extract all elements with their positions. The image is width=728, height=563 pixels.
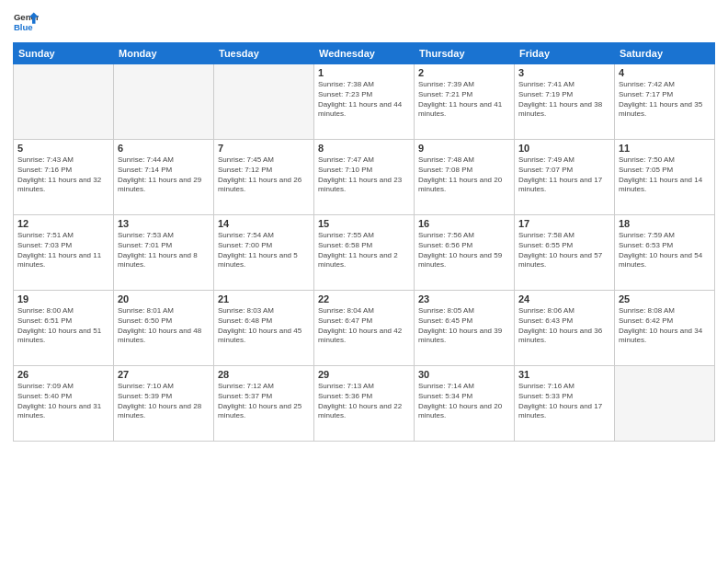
day-info: Sunrise: 7:09 AM Sunset: 5:40 PM Dayligh…: [17, 382, 109, 421]
day-info: Sunrise: 8:06 AM Sunset: 6:43 PM Dayligh…: [518, 306, 610, 346]
day-info: Sunrise: 7:59 AM Sunset: 6:53 PM Dayligh…: [619, 231, 711, 270]
day-info: Sunrise: 7:49 AM Sunset: 7:07 PM Dayligh…: [518, 155, 610, 195]
day-number: 23: [418, 293, 510, 304]
page-header: General Blue: [13, 9, 715, 35]
day-info: Sunrise: 7:43 AM Sunset: 7:16 PM Dayligh…: [17, 155, 109, 195]
calendar-cell: 2Sunrise: 7:39 AM Sunset: 7:21 PM Daylig…: [415, 64, 515, 140]
day-number: 7: [218, 143, 310, 154]
weekday-header-saturday: Saturday: [615, 43, 715, 64]
day-info: Sunrise: 8:05 AM Sunset: 6:45 PM Dayligh…: [418, 306, 510, 346]
day-info: Sunrise: 7:41 AM Sunset: 7:19 PM Dayligh…: [518, 80, 610, 120]
day-number: 17: [518, 218, 610, 229]
svg-text:Blue: Blue: [14, 22, 33, 32]
calendar-cell: 11Sunrise: 7:50 AM Sunset: 7:05 PM Dayli…: [615, 140, 715, 215]
day-number: 19: [17, 293, 109, 304]
week-row-2: 12Sunrise: 7:51 AM Sunset: 7:03 PM Dayli…: [14, 215, 715, 291]
day-number: 27: [118, 369, 210, 380]
weekday-header-row: SundayMondayTuesdayWednesdayThursdayFrid…: [14, 43, 715, 64]
weekday-header-tuesday: Tuesday: [214, 43, 314, 64]
calendar-cell: 31Sunrise: 7:16 AM Sunset: 5:33 PM Dayli…: [515, 366, 615, 442]
day-info: Sunrise: 7:47 AM Sunset: 7:10 PM Dayligh…: [318, 155, 410, 195]
calendar-cell: 20Sunrise: 8:01 AM Sunset: 6:50 PM Dayli…: [114, 291, 214, 366]
day-info: Sunrise: 8:08 AM Sunset: 6:42 PM Dayligh…: [619, 306, 711, 346]
calendar-table: SundayMondayTuesdayWednesdayThursdayFrid…: [13, 42, 715, 442]
day-number: 15: [318, 218, 410, 229]
day-number: 21: [218, 293, 310, 304]
day-info: Sunrise: 7:53 AM Sunset: 7:01 PM Dayligh…: [118, 231, 210, 270]
day-info: Sunrise: 7:44 AM Sunset: 7:14 PM Dayligh…: [118, 155, 210, 195]
day-info: Sunrise: 7:13 AM Sunset: 5:36 PM Dayligh…: [318, 382, 410, 421]
week-row-4: 26Sunrise: 7:09 AM Sunset: 5:40 PM Dayli…: [14, 366, 715, 442]
day-number: 18: [619, 218, 711, 229]
day-number: 8: [318, 143, 410, 154]
day-info: Sunrise: 8:01 AM Sunset: 6:50 PM Dayligh…: [118, 306, 210, 346]
day-number: 12: [17, 218, 109, 229]
day-number: 30: [418, 369, 510, 380]
calendar-cell: [214, 64, 314, 140]
calendar-cell: [14, 64, 114, 140]
day-number: 24: [518, 293, 610, 304]
calendar-page: General Blue SundayMondayTuesdayWednesda…: [0, 0, 728, 563]
weekday-header-friday: Friday: [515, 43, 615, 64]
day-number: 22: [318, 293, 410, 304]
day-info: Sunrise: 7:54 AM Sunset: 7:00 PM Dayligh…: [218, 231, 310, 270]
calendar-cell: 18Sunrise: 7:59 AM Sunset: 6:53 PM Dayli…: [615, 215, 715, 291]
calendar-cell: 7Sunrise: 7:45 AM Sunset: 7:12 PM Daylig…: [214, 140, 314, 215]
day-number: 14: [218, 218, 310, 229]
week-row-0: 1Sunrise: 7:38 AM Sunset: 7:23 PM Daylig…: [14, 64, 715, 140]
day-info: Sunrise: 7:45 AM Sunset: 7:12 PM Dayligh…: [218, 155, 310, 195]
day-info: Sunrise: 7:39 AM Sunset: 7:21 PM Dayligh…: [418, 80, 510, 120]
calendar-cell: 10Sunrise: 7:49 AM Sunset: 7:07 PM Dayli…: [515, 140, 615, 215]
day-number: 13: [118, 218, 210, 229]
calendar-cell: 15Sunrise: 7:55 AM Sunset: 6:58 PM Dayli…: [314, 215, 415, 291]
day-info: Sunrise: 7:58 AM Sunset: 6:55 PM Dayligh…: [518, 231, 610, 270]
day-info: Sunrise: 7:51 AM Sunset: 7:03 PM Dayligh…: [17, 231, 109, 270]
day-number: 2: [418, 67, 510, 78]
calendar-cell: 26Sunrise: 7:09 AM Sunset: 5:40 PM Dayli…: [14, 366, 114, 442]
day-info: Sunrise: 7:50 AM Sunset: 7:05 PM Dayligh…: [619, 155, 711, 195]
day-number: 6: [118, 143, 210, 154]
calendar-cell: 27Sunrise: 7:10 AM Sunset: 5:39 PM Dayli…: [114, 366, 214, 442]
day-number: 4: [619, 67, 711, 78]
calendar-cell: 30Sunrise: 7:14 AM Sunset: 5:34 PM Dayli…: [415, 366, 515, 442]
day-number: 11: [619, 143, 711, 154]
calendar-cell: [615, 366, 715, 442]
day-number: 28: [218, 369, 310, 380]
calendar-cell: 22Sunrise: 8:04 AM Sunset: 6:47 PM Dayli…: [314, 291, 415, 366]
calendar-cell: 25Sunrise: 8:08 AM Sunset: 6:42 PM Dayli…: [615, 291, 715, 366]
calendar-cell: 6Sunrise: 7:44 AM Sunset: 7:14 PM Daylig…: [114, 140, 214, 215]
day-number: 29: [318, 369, 410, 380]
week-row-1: 5Sunrise: 7:43 AM Sunset: 7:16 PM Daylig…: [14, 140, 715, 215]
day-info: Sunrise: 7:48 AM Sunset: 7:08 PM Dayligh…: [418, 155, 510, 195]
calendar-cell: 16Sunrise: 7:56 AM Sunset: 6:56 PM Dayli…: [415, 215, 515, 291]
day-number: 31: [518, 369, 610, 380]
weekday-header-thursday: Thursday: [415, 43, 515, 64]
day-number: 3: [518, 67, 610, 78]
week-row-3: 19Sunrise: 8:00 AM Sunset: 6:51 PM Dayli…: [14, 291, 715, 366]
calendar-cell: 24Sunrise: 8:06 AM Sunset: 6:43 PM Dayli…: [515, 291, 615, 366]
day-number: 26: [17, 369, 109, 380]
calendar-cell: 4Sunrise: 7:42 AM Sunset: 7:17 PM Daylig…: [615, 64, 715, 140]
calendar-cell: [114, 64, 214, 140]
day-info: Sunrise: 7:12 AM Sunset: 5:37 PM Dayligh…: [218, 382, 310, 421]
day-info: Sunrise: 7:10 AM Sunset: 5:39 PM Dayligh…: [118, 382, 210, 421]
day-info: Sunrise: 7:55 AM Sunset: 6:58 PM Dayligh…: [318, 231, 410, 270]
logo: General Blue: [13, 9, 39, 35]
calendar-cell: 17Sunrise: 7:58 AM Sunset: 6:55 PM Dayli…: [515, 215, 615, 291]
calendar-cell: 21Sunrise: 8:03 AM Sunset: 6:48 PM Dayli…: [214, 291, 314, 366]
day-number: 16: [418, 218, 510, 229]
calendar-cell: 9Sunrise: 7:48 AM Sunset: 7:08 PM Daylig…: [415, 140, 515, 215]
calendar-cell: 12Sunrise: 7:51 AM Sunset: 7:03 PM Dayli…: [14, 215, 114, 291]
day-info: Sunrise: 7:38 AM Sunset: 7:23 PM Dayligh…: [318, 80, 410, 120]
calendar-cell: 8Sunrise: 7:47 AM Sunset: 7:10 PM Daylig…: [314, 140, 415, 215]
day-number: 5: [17, 143, 109, 154]
calendar-cell: 23Sunrise: 8:05 AM Sunset: 6:45 PM Dayli…: [415, 291, 515, 366]
day-info: Sunrise: 8:04 AM Sunset: 6:47 PM Dayligh…: [318, 306, 410, 346]
day-info: Sunrise: 7:14 AM Sunset: 5:34 PM Dayligh…: [418, 382, 510, 421]
day-number: 20: [118, 293, 210, 304]
day-info: Sunrise: 7:42 AM Sunset: 7:17 PM Dayligh…: [619, 80, 711, 120]
calendar-cell: 3Sunrise: 7:41 AM Sunset: 7:19 PM Daylig…: [515, 64, 615, 140]
calendar-cell: 1Sunrise: 7:38 AM Sunset: 7:23 PM Daylig…: [314, 64, 415, 140]
day-info: Sunrise: 7:16 AM Sunset: 5:33 PM Dayligh…: [518, 382, 610, 421]
day-info: Sunrise: 8:03 AM Sunset: 6:48 PM Dayligh…: [218, 306, 310, 346]
